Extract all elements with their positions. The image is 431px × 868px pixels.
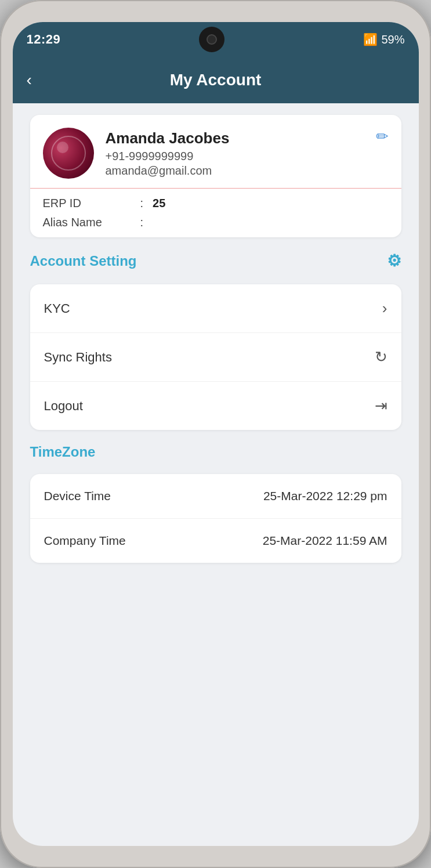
profile-name: Amanda Jacobes	[106, 129, 389, 147]
sync-icon: ↻	[375, 348, 387, 366]
alias-field: Alias Name :	[43, 216, 389, 229]
device-time-label: Device Time	[44, 489, 111, 503]
phone-screen: 12:29 📶 59% ‹ My Account	[13, 22, 419, 846]
profile-card: Amanda Jacobes +91-9999999999 amanda@gma…	[30, 115, 401, 237]
profile-bottom: ERP ID : 25 Alias Name :	[30, 188, 401, 237]
phone-shell: 12:29 📶 59% ‹ My Account	[0, 0, 431, 868]
timezone-card: Device Time 25-Mar-2022 12:29 pm Company…	[30, 474, 401, 563]
account-setting-label: Account Setting	[30, 253, 137, 269]
kyc-chevron-icon: ›	[382, 299, 387, 317]
back-button[interactable]: ‹	[27, 72, 32, 88]
account-setting-section: Account Setting ⚙	[30, 251, 401, 270]
app-header: ‹ My Account	[13, 57, 419, 103]
profile-info: Amanda Jacobes +91-9999999999 amanda@gma…	[106, 129, 389, 178]
profile-top: Amanda Jacobes +91-9999999999 amanda@gma…	[30, 115, 401, 188]
company-time-label: Company Time	[44, 534, 126, 548]
erp-id-label: ERP ID	[43, 197, 136, 210]
content-area: Amanda Jacobes +91-9999999999 amanda@gma…	[13, 103, 419, 846]
account-menu-card: KYC › Sync Rights ↻ Logout ⇥	[30, 284, 401, 430]
sync-rights-menu-item[interactable]: Sync Rights ↻	[30, 333, 401, 382]
erp-id-field: ERP ID : 25	[43, 197, 389, 210]
status-icons: 📶 59%	[363, 32, 404, 46]
alias-label: Alias Name	[43, 216, 136, 229]
camera-dot	[207, 34, 217, 45]
timezone-section-label: TimeZone	[30, 444, 401, 460]
wifi-icon: 📶	[363, 32, 378, 46]
kyc-label: KYC	[44, 301, 70, 316]
sync-rights-label: Sync Rights	[44, 350, 112, 365]
profile-email: amanda@gmail.com	[106, 164, 389, 178]
settings-gear-icon[interactable]: ⚙	[387, 251, 401, 270]
company-time-value: 25-Mar-2022 11:59 AM	[263, 534, 387, 548]
timezone-label: TimeZone	[30, 444, 96, 460]
kyc-menu-item[interactable]: KYC ›	[30, 284, 401, 333]
logout-label: Logout	[44, 399, 83, 414]
alias-colon: :	[140, 216, 144, 229]
camera-notch	[199, 27, 224, 52]
battery-text: 59%	[381, 33, 404, 46]
profile-phone: +91-9999999999	[106, 150, 389, 163]
status-bar: 12:29 📶 59%	[13, 22, 419, 57]
logout-icon: ⇥	[375, 397, 387, 415]
company-time-row: Company Time 25-Mar-2022 11:59 AM	[30, 519, 401, 563]
device-time-row: Device Time 25-Mar-2022 12:29 pm	[30, 474, 401, 519]
logout-menu-item[interactable]: Logout ⇥	[30, 382, 401, 430]
avatar	[43, 128, 94, 179]
device-time-value: 25-Mar-2022 12:29 pm	[263, 489, 387, 503]
page-title: My Account	[170, 71, 262, 89]
erp-id-value: 25	[153, 197, 165, 210]
erp-id-colon: :	[140, 197, 144, 210]
status-time: 12:29	[27, 32, 61, 47]
avatar-inner	[51, 136, 86, 171]
edit-profile-button[interactable]: ✏	[376, 128, 389, 146]
